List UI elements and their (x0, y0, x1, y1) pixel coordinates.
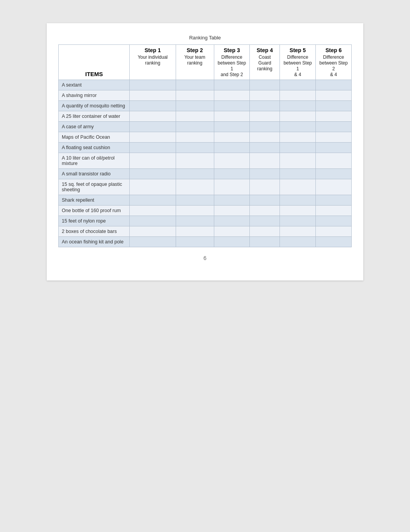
step5-cell[interactable] (280, 237, 316, 247)
step6-cell[interactable] (316, 143, 352, 153)
step6-cell[interactable] (316, 122, 352, 132)
step2-cell[interactable] (176, 216, 214, 226)
step3-cell[interactable] (214, 195, 250, 206)
step5-cell[interactable] (280, 90, 316, 101)
step6-cell[interactable] (316, 179, 352, 195)
step6-cell[interactable] (316, 195, 352, 206)
step4-cell[interactable] (250, 195, 280, 206)
step6-cell[interactable] (316, 80, 352, 90)
step4-header: Step 4 Coast Guard ranking (250, 45, 280, 80)
item-cell: A 10 liter can of oil/petrol mixture (59, 153, 130, 169)
step3-cell[interactable] (214, 90, 250, 101)
table-row: 15 sq. feet of opaque plastic sheeting (59, 179, 352, 195)
step3-cell[interactable] (214, 206, 250, 216)
step2-cell[interactable] (176, 226, 214, 237)
step1-header: Step 1 Your individual ranking (130, 45, 176, 80)
step3-cell[interactable] (214, 153, 250, 169)
step5-cell[interactable] (280, 143, 316, 153)
step3-cell[interactable] (214, 237, 250, 247)
step4-cell[interactable] (250, 216, 280, 226)
step4-cell[interactable] (250, 90, 280, 101)
step6-cell[interactable] (316, 132, 352, 143)
step4-cell[interactable] (250, 226, 280, 237)
step1-cell[interactable] (130, 122, 176, 132)
step5-cell[interactable] (280, 122, 316, 132)
item-cell: A 25 liter container of water (59, 111, 130, 122)
step1-cell[interactable] (130, 111, 176, 122)
table-row: A case of army (59, 122, 352, 132)
step4-cell[interactable] (250, 153, 280, 169)
step4-cell[interactable] (250, 169, 280, 179)
step3-cell[interactable] (214, 226, 250, 237)
step2-cell[interactable] (176, 179, 214, 195)
step2-cell[interactable] (176, 153, 214, 169)
step3-cell[interactable] (214, 216, 250, 226)
step6-header: Step 6 Difference between Step 2 & 4 (316, 45, 352, 80)
step5-cell[interactable] (280, 179, 316, 195)
step1-cell[interactable] (130, 132, 176, 143)
item-cell: A small transistor radio (59, 169, 130, 179)
step1-cell[interactable] (130, 226, 176, 237)
step6-cell[interactable] (316, 226, 352, 237)
step6-cell[interactable] (316, 101, 352, 111)
step4-cell[interactable] (250, 132, 280, 143)
step2-cell[interactable] (176, 80, 214, 90)
step1-cell[interactable] (130, 195, 176, 206)
step3-cell[interactable] (214, 122, 250, 132)
ranking-table: ITEMS Step 1 Your individual ranking Ste… (58, 44, 352, 247)
step1-cell[interactable] (130, 237, 176, 247)
step6-cell[interactable] (316, 206, 352, 216)
step5-cell[interactable] (280, 216, 316, 226)
step6-cell[interactable] (316, 111, 352, 122)
step3-cell[interactable] (214, 132, 250, 143)
step3-cell[interactable] (214, 80, 250, 90)
step1-cell[interactable] (130, 101, 176, 111)
step6-cell[interactable] (316, 237, 352, 247)
step2-cell[interactable] (176, 90, 214, 101)
step3-cell[interactable] (214, 179, 250, 195)
step6-cell[interactable] (316, 216, 352, 226)
step5-cell[interactable] (280, 153, 316, 169)
step4-cell[interactable] (250, 143, 280, 153)
step2-cell[interactable] (176, 111, 214, 122)
step4-cell[interactable] (250, 179, 280, 195)
step1-cell[interactable] (130, 179, 176, 195)
step1-cell[interactable] (130, 169, 176, 179)
step5-cell[interactable] (280, 132, 316, 143)
step2-cell[interactable] (176, 195, 214, 206)
step4-cell[interactable] (250, 206, 280, 216)
step5-cell[interactable] (280, 195, 316, 206)
step2-cell[interactable] (176, 101, 214, 111)
step1-cell[interactable] (130, 153, 176, 169)
step5-cell[interactable] (280, 206, 316, 216)
step3-cell[interactable] (214, 101, 250, 111)
step4-cell[interactable] (250, 122, 280, 132)
step1-cell[interactable] (130, 216, 176, 226)
step2-cell[interactable] (176, 206, 214, 216)
step6-cell[interactable] (316, 153, 352, 169)
step2-cell[interactable] (176, 169, 214, 179)
step1-cell[interactable] (130, 90, 176, 101)
step4-cell[interactable] (250, 111, 280, 122)
step3-cell[interactable] (214, 143, 250, 153)
step4-cell[interactable] (250, 237, 280, 247)
step1-cell[interactable] (130, 143, 176, 153)
step1-cell[interactable] (130, 206, 176, 216)
step2-cell[interactable] (176, 237, 214, 247)
step4-cell[interactable] (250, 80, 280, 90)
step2-cell[interactable] (176, 122, 214, 132)
step5-cell[interactable] (280, 80, 316, 90)
step5-cell[interactable] (280, 111, 316, 122)
step3-cell[interactable] (214, 169, 250, 179)
step1-cell[interactable] (130, 80, 176, 90)
step2-cell[interactable] (176, 132, 214, 143)
step4-cell[interactable] (250, 101, 280, 111)
step5-cell[interactable] (280, 226, 316, 237)
step6-cell[interactable] (316, 169, 352, 179)
step3-cell[interactable] (214, 111, 250, 122)
step2-cell[interactable] (176, 143, 214, 153)
step5-cell[interactable] (280, 169, 316, 179)
step5-cell[interactable] (280, 101, 316, 111)
step5-header: Step 5 Difference between Step 1 & 4 (280, 45, 316, 80)
step6-cell[interactable] (316, 90, 352, 101)
